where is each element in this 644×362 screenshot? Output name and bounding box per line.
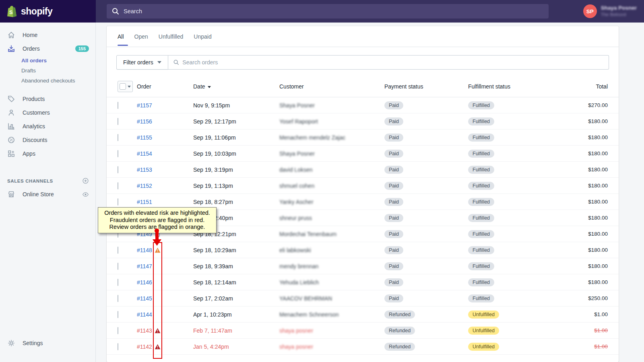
- order-row-1156[interactable]: #1156Sep 29, 12:17pmYosef RapoportPaidFu…: [107, 113, 619, 130]
- row-checkbox[interactable]: [118, 182, 118, 189]
- column-header-order[interactable]: Order: [137, 83, 193, 90]
- global-search[interactable]: [107, 4, 549, 19]
- order-number-link[interactable]: #1147: [137, 263, 152, 269]
- order-row-1147[interactable]: #1147Sep 18, 9:39ammendy brennanPaidFulf…: [107, 258, 619, 274]
- payment-status-badge: Paid: [384, 262, 403, 270]
- order-number-link[interactable]: #1155: [137, 134, 152, 141]
- payment-status-badge: Refunded: [384, 327, 415, 335]
- order-customer: shneur pruss: [279, 215, 384, 221]
- row-checkbox[interactable]: [118, 263, 118, 270]
- order-number-link[interactable]: #1151: [137, 199, 152, 205]
- order-row-1154[interactable]: #1154Sep 19, 10:03pmShaya PosnerPaidFulf…: [107, 146, 619, 162]
- fulfillment-status-badge: Fulfilled: [468, 134, 494, 142]
- order-row-1148[interactable]: #1148 Sep 18, 10:29ameli labkowskiPaidFu…: [107, 242, 619, 258]
- order-number-link[interactable]: #1157: [137, 102, 152, 109]
- sidebar-item-orders[interactable]: Orders 155: [0, 42, 95, 56]
- sidebar-item-analytics[interactable]: Analytics: [0, 119, 95, 133]
- order-customer: shmuel cohen: [279, 183, 384, 189]
- select-all-control[interactable]: [118, 81, 133, 92]
- view-store-eye-icon[interactable]: [82, 191, 89, 198]
- sidebar-item-home[interactable]: Home: [0, 28, 95, 42]
- sidebar-item-label: Customers: [23, 109, 89, 116]
- global-search-input[interactable]: [124, 8, 544, 14]
- order-row-1145[interactable]: #1145Sep 17, 2:02amYAACOV BEHRMANPaidFul…: [107, 290, 619, 306]
- order-row-1144[interactable]: #1144Apr 1, 10:23pmMenachem SchneersonRe…: [107, 306, 619, 323]
- filter-orders-button[interactable]: Filter orders: [116, 55, 168, 70]
- discounts-icon: [7, 136, 15, 144]
- order-number-link[interactable]: #1143: [137, 327, 152, 334]
- row-checkbox[interactable]: [118, 150, 118, 157]
- customers-icon: [7, 109, 15, 117]
- sidebar-item-apps[interactable]: Apps: [0, 147, 95, 160]
- search-orders-input[interactable]: [182, 59, 604, 66]
- products-icon: [7, 95, 15, 103]
- avatar[interactable]: SP: [583, 4, 597, 18]
- sidebar-item-discounts[interactable]: Discounts: [0, 133, 95, 147]
- row-checkbox[interactable]: [118, 295, 118, 302]
- column-header-customer[interactable]: Customer: [279, 83, 384, 90]
- order-row-1152[interactable]: #1152Sep 19, 1:13pmshmuel cohenPaidFulfi…: [107, 178, 619, 194]
- tab-unpaid[interactable]: Unpaid: [188, 26, 217, 47]
- sidebar-item-all-orders[interactable]: All orders: [0, 56, 95, 66]
- tab-unfulfilled[interactable]: Unfulfilled: [153, 26, 188, 47]
- payment-status-badge: Paid: [384, 294, 403, 302]
- sidebar-item-drafts[interactable]: Drafts: [0, 66, 95, 76]
- order-total: $180.00: [569, 279, 608, 285]
- shopify-logo[interactable]: S shopify: [0, 0, 96, 23]
- user-menu[interactable]: SP Shaya Posner The Belnord: [583, 4, 637, 18]
- sidebar-item-label: Orders: [23, 45, 68, 52]
- row-checkbox[interactable]: [118, 134, 118, 141]
- tab-open[interactable]: Open: [129, 26, 153, 47]
- chevron-down-icon: [128, 86, 131, 88]
- home-icon: [7, 31, 15, 39]
- column-header-fulfillment-status[interactable]: Fulfillment status: [468, 83, 569, 90]
- row-checkbox[interactable]: [118, 118, 118, 125]
- tab-all[interactable]: All: [112, 26, 129, 47]
- order-date: Sep 18, 10:29am: [193, 247, 279, 253]
- sidebar-item-settings[interactable]: Settings: [0, 336, 95, 350]
- row-checkbox[interactable]: [118, 102, 118, 109]
- column-header-payment-status[interactable]: Payment status: [384, 83, 468, 90]
- payment-status-badge: Refunded: [384, 311, 415, 319]
- sidebar-item-customers[interactable]: Customers: [0, 106, 95, 119]
- order-tabs: All Open Unfulfilled Unpaid: [107, 26, 619, 47]
- row-checkbox[interactable]: [118, 166, 118, 173]
- settings-gear-icon: [7, 339, 15, 347]
- order-row-1143[interactable]: #1143 Feb 7, 11:47amshaya posnerRefunded…: [107, 323, 619, 339]
- sort-descending-icon: [208, 86, 211, 88]
- order-row-1157[interactable]: #1157Nov 9, 9:15pmShaya PosnerPaidFulfil…: [107, 97, 619, 113]
- order-customer: shaya posner: [279, 327, 384, 334]
- row-checkbox[interactable]: [118, 311, 118, 318]
- order-row-1142[interactable]: #1142 Jan 5, 4:24pmshaya posnerRefundedU…: [107, 339, 619, 355]
- search-orders-field[interactable]: [168, 55, 609, 70]
- payment-status-badge: Paid: [384, 101, 403, 109]
- sidebar-item-online-store[interactable]: Online Store: [0, 187, 95, 201]
- row-checkbox[interactable]: [118, 198, 118, 206]
- sidebar-item-products[interactable]: Products: [0, 92, 95, 106]
- row-checkbox[interactable]: [118, 327, 118, 334]
- order-number-link[interactable]: #1145: [137, 295, 152, 302]
- row-checkbox[interactable]: [118, 343, 118, 350]
- add-channel-icon[interactable]: [82, 177, 89, 184]
- order-number-link[interactable]: #1156: [137, 118, 152, 125]
- order-number-link[interactable]: #1153: [137, 167, 152, 173]
- order-total: $1.00: [569, 327, 608, 333]
- chevron-down-icon: [157, 61, 161, 64]
- order-row-1153[interactable]: #1153Sep 19, 3:19pmdavid LoksenPaidFulfi…: [107, 162, 619, 178]
- user-name: Shaya Posner: [601, 5, 637, 12]
- select-all-checkbox[interactable]: [120, 83, 126, 90]
- column-header-date[interactable]: Date: [193, 83, 279, 90]
- order-row-1146[interactable]: #1146Sep 18, 12:14amYehuda LieblichPaidF…: [107, 274, 619, 290]
- order-number-link[interactable]: #1142: [137, 343, 152, 350]
- column-header-total[interactable]: Total: [569, 83, 608, 90]
- row-checkbox[interactable]: [118, 247, 118, 254]
- sidebar-item-abandoned-checkouts[interactable]: Abandoned checkouts: [0, 76, 95, 86]
- row-checkbox[interactable]: [118, 279, 118, 286]
- order-date: Sep 19, 3:19pm: [193, 167, 279, 173]
- order-number-link[interactable]: #1152: [137, 183, 152, 189]
- order-number-link[interactable]: #1144: [137, 311, 152, 318]
- order-number-link[interactable]: #1146: [137, 279, 152, 286]
- order-row-1155[interactable]: #1155Sep 19, 11:06pmMenachem mendelz Zaj…: [107, 130, 619, 146]
- order-number-link[interactable]: #1148: [137, 247, 152, 253]
- order-number-link[interactable]: #1154: [137, 150, 152, 157]
